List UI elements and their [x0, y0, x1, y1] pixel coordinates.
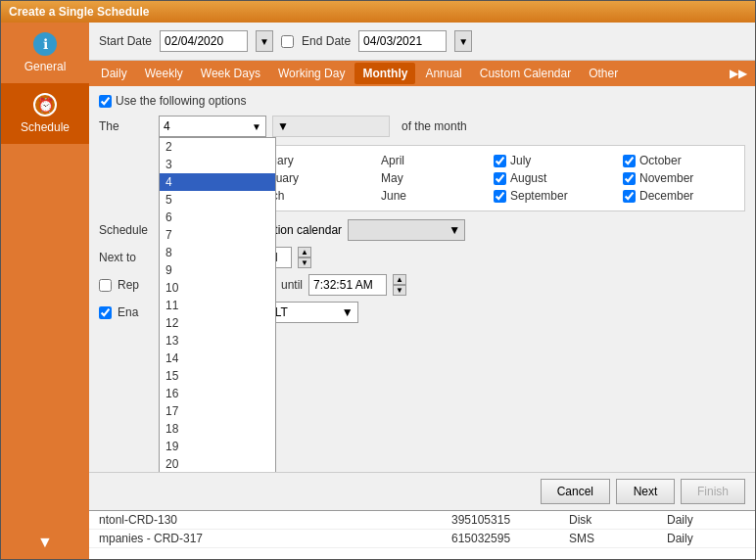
row2-freq: Daily	[667, 532, 745, 545]
exception-calendar-arrow: ▼	[449, 223, 460, 237]
option-19[interactable]: 19	[160, 438, 275, 455]
nov-checkbox[interactable]	[623, 172, 636, 185]
rep-checkbox[interactable]	[99, 279, 112, 292]
month-july: July	[494, 154, 607, 167]
tab-annual[interactable]: Annual	[417, 63, 469, 84]
jul-checkbox[interactable]	[494, 155, 506, 167]
sep-label: September	[510, 189, 568, 203]
tab-workingday[interactable]: Working Day	[270, 63, 353, 84]
tab-other[interactable]: Other	[581, 63, 626, 84]
option-11[interactable]: 11	[160, 297, 275, 314]
month-september: September	[494, 189, 607, 203]
option-10[interactable]: 10	[160, 279, 275, 297]
month-august: August	[494, 171, 607, 185]
date-row: Start Date ▼ End Date ▼	[89, 23, 755, 61]
tab-more-btn[interactable]: ▶▶	[726, 63, 751, 84]
sidebar-label-general: General	[24, 60, 67, 73]
the-row: The 4 ▼ 2 3 4 5 6 7	[99, 116, 745, 137]
option-20[interactable]: 20	[160, 455, 275, 472]
tab-bar: Daily Weekly Week Days Working Day Month…	[89, 61, 755, 86]
end-date-picker-btn[interactable]: ▼	[454, 30, 472, 52]
start-date-picker-btn[interactable]: ▼	[256, 30, 273, 52]
option-12[interactable]: 12	[160, 314, 275, 332]
jun-label: June	[381, 189, 406, 203]
option-14[interactable]: 14	[160, 350, 275, 367]
month-may: May	[364, 171, 478, 185]
sidebar-down-arrow[interactable]: ▼	[1, 526, 89, 559]
end-date-input[interactable]	[358, 30, 447, 52]
tab-monthly[interactable]: Monthly	[354, 63, 415, 84]
exception-calendar-dropdown[interactable]: ▼	[348, 219, 465, 241]
ena-checkbox[interactable]	[99, 306, 112, 319]
option-9[interactable]: 9	[160, 261, 275, 279]
time2-spinner-down[interactable]: ▼	[298, 257, 311, 268]
the-label: The	[99, 119, 153, 133]
option-16[interactable]: 16	[160, 385, 275, 402]
time3-spinner-down[interactable]: ▼	[393, 285, 406, 296]
tab-daily[interactable]: Daily	[93, 63, 135, 84]
row2-id: 615032595	[451, 532, 549, 545]
start-date-input[interactable]	[160, 30, 248, 52]
time3-input[interactable]	[308, 274, 387, 296]
option-15[interactable]: 15	[160, 367, 275, 385]
day-dropdown-value: 4	[164, 119, 170, 133]
tab-custom-calendar[interactable]: Custom Calendar	[472, 63, 579, 84]
window: Create a Single Schedule ℹ General ⏰ Sch…	[0, 0, 756, 560]
default-arrow: ▼	[342, 305, 354, 319]
day-dropdown-list[interactable]: 2 3 4 5 6 7 8 9 10 11 12 13 14	[159, 137, 276, 472]
schedule-label: Schedule	[99, 223, 153, 237]
apr-label: April	[381, 154, 404, 167]
row2-type: SMS	[569, 532, 647, 545]
use-following-checkbox[interactable]	[99, 95, 112, 108]
option-4[interactable]: 4	[160, 173, 275, 191]
month-grid-area: January April July	[226, 145, 745, 211]
tab-weekly[interactable]: Weekly	[137, 63, 191, 84]
row1-freq: Daily	[667, 513, 745, 527]
info-icon: ℹ	[33, 32, 57, 56]
month-grid-wrapper: January April July	[226, 145, 745, 211]
option-7[interactable]: 7	[160, 226, 275, 244]
day-type-dropdown[interactable]: ▼	[272, 116, 390, 137]
cancel-button[interactable]: Cancel	[541, 479, 610, 504]
aug-label: August	[510, 171, 546, 185]
day-type-arrow: ▼	[277, 119, 289, 133]
of-the-month-label: of the month	[402, 119, 467, 133]
option-3[interactable]: 3	[160, 156, 275, 173]
aug-checkbox[interactable]	[494, 172, 506, 185]
dec-checkbox[interactable]	[623, 190, 636, 203]
day-dropdown-arrow: ▼	[252, 121, 261, 132]
finish-button[interactable]: Finish	[681, 479, 745, 504]
option-18[interactable]: 18	[160, 420, 275, 438]
window-title: Create a Single Schedule	[9, 5, 149, 19]
option-8[interactable]: 8	[160, 244, 275, 261]
sidebar-label-schedule: Schedule	[21, 120, 70, 134]
sep-checkbox[interactable]	[494, 190, 506, 203]
option-6[interactable]: 6	[160, 209, 275, 226]
day-dropdown[interactable]: 4 ▼	[159, 116, 266, 137]
option-2[interactable]: 2	[160, 138, 275, 156]
option-17[interactable]: 17	[160, 402, 275, 420]
button-row: Cancel Next Finish	[89, 472, 755, 510]
sidebar-spacer	[1, 144, 89, 526]
time3-spinner-up[interactable]: ▲	[393, 274, 406, 285]
title-bar: Create a Single Schedule	[1, 1, 755, 23]
time2-spinner: ▲ ▼	[298, 247, 311, 268]
sidebar-item-general[interactable]: ℹ General	[1, 23, 89, 83]
next-button[interactable]: Next	[616, 479, 675, 504]
month-grid: January April July	[235, 154, 736, 203]
use-following-row: Use the following options	[99, 94, 745, 108]
tab-weekdays[interactable]: Week Days	[193, 63, 268, 84]
use-following-label: Use the following options	[116, 94, 246, 108]
end-date-checkbox[interactable]	[281, 35, 294, 48]
table-row: ntonl-CRD-130 395105315 Disk Daily	[89, 511, 755, 530]
sidebar-item-schedule[interactable]: ⏰ Schedule	[1, 83, 89, 144]
oct-checkbox[interactable]	[623, 155, 636, 167]
option-5[interactable]: 5	[160, 191, 275, 209]
month-november: November	[623, 171, 736, 185]
sidebar: ℹ General ⏰ Schedule ▼	[1, 23, 89, 559]
row1-name: ntonl-CRD-130	[99, 513, 432, 527]
option-13[interactable]: 13	[160, 332, 275, 350]
time2-spinner-up[interactable]: ▲	[298, 247, 311, 257]
row2-name: mpanies - CRD-317	[99, 532, 432, 545]
oct-label: October	[639, 154, 682, 167]
